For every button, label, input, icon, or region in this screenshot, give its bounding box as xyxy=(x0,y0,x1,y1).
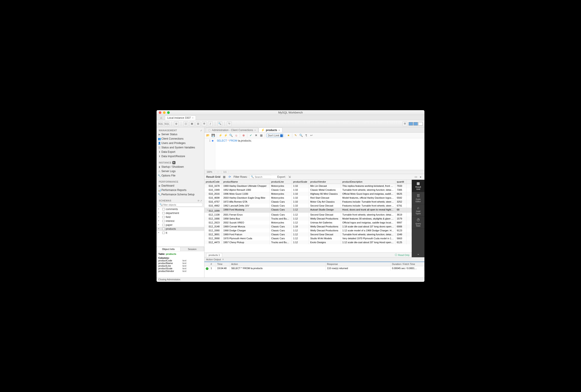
home-button[interactable]: ⌂ xyxy=(158,115,165,120)
cell[interactable]: Classic Cars xyxy=(270,188,292,192)
schemas-refresh-icon[interactable]: ⟳ ⤢ xyxy=(198,200,202,202)
cell[interactable]: 1:12 xyxy=(292,213,309,217)
cell[interactable]: 1958 Setra Bus xyxy=(222,217,270,221)
cell[interactable]: Highway 66 Mini Classics xyxy=(309,192,341,196)
pencil-icon[interactable]: ✎ xyxy=(294,133,298,138)
side-panel-item[interactable]: ⌕Field Types xyxy=(412,204,424,217)
column-header[interactable]: productDescription xyxy=(341,180,396,184)
cell[interactable]: This replica features working kickstand,… xyxy=(341,184,396,188)
sidebar-item[interactable]: ⬆Data Import/Restore xyxy=(156,154,204,158)
cell[interactable]: 1:10 xyxy=(292,184,309,188)
sidebar-item[interactable]: ⬇Data Export xyxy=(156,150,204,154)
cell[interactable]: 5582 xyxy=(396,196,406,200)
sidebar-item[interactable]: 🔧Performance Schema Setup xyxy=(156,192,204,197)
open-file-icon[interactable]: 📂 xyxy=(206,133,210,138)
cell[interactable]: 1:10 xyxy=(292,204,309,208)
table-row[interactable]: ▸S12_10991968 Ford MustangClassic Cars1:… xyxy=(204,208,412,213)
cell[interactable]: Classic Cars xyxy=(270,213,292,217)
cell[interactable]: Official Moto Guzzi logos and insignias,… xyxy=(341,192,396,196)
cell[interactable]: Trucks and Buses xyxy=(270,217,292,221)
object-info-tab[interactable]: Object Info xyxy=(156,247,180,251)
cell[interactable]: Second Gear Diecast xyxy=(309,232,341,236)
cell[interactable]: Classic Cars xyxy=(270,200,292,204)
table-row[interactable]: S12_39901970 Plymouth Hemi CudaClassic C… xyxy=(204,236,412,240)
schema-table-item[interactable]: paper xyxy=(156,223,204,227)
cell[interactable]: Unimax Art Galleries xyxy=(309,221,341,225)
reconnect-icon[interactable]: ↻ xyxy=(227,121,232,126)
commit-icon[interactable]: ✔ xyxy=(248,133,253,138)
cell[interactable]: 1:10 xyxy=(292,192,309,196)
cell[interactable]: 6125 xyxy=(396,240,406,244)
cell[interactable]: Studio M Art Models xyxy=(309,236,341,240)
word-wrap-icon[interactable]: ↩ xyxy=(310,133,314,138)
table-row[interactable]: S10_46982003 Harley-Davidson Eagle Drag … xyxy=(204,196,412,200)
cell[interactable]: 3619 xyxy=(396,213,406,217)
cell[interactable]: Turnable front wheels; steering function… xyxy=(341,232,396,236)
schema-table-item[interactable]: tt xyxy=(156,231,204,235)
sidebar-item[interactable]: 🔧Options File xyxy=(156,173,204,178)
breakpoint-icon[interactable] xyxy=(212,140,214,142)
cell[interactable]: Autoart Studio Design xyxy=(309,208,341,213)
create-function-icon[interactable]: ƒ xyxy=(208,121,213,126)
cell[interactable]: 68 xyxy=(396,208,406,213)
column-header[interactable]: productVendor xyxy=(309,180,341,184)
create-procedure-icon[interactable]: ⚙ xyxy=(202,121,206,126)
toggle-whitespace-icon[interactable]: ▦ xyxy=(259,133,264,138)
sidebar-item[interactable]: 👤Users and Privileges xyxy=(156,141,204,145)
cell[interactable]: 1:10 xyxy=(292,196,309,200)
cell[interactable]: 1:12 xyxy=(292,232,309,236)
cell[interactable]: 1:12 xyxy=(292,240,309,244)
cell[interactable]: Welly Diecast Productions xyxy=(309,229,341,232)
cell[interactable]: 9123 xyxy=(396,229,406,232)
cell[interactable]: 7933 xyxy=(396,184,406,188)
chevron-down-icon[interactable]: ⌄ xyxy=(412,229,424,257)
table-row[interactable]: S10_47571972 Alfa Romeo GTAClassic Cars1… xyxy=(204,200,412,204)
cell[interactable]: Hood, doors and trunk all open to reveal… xyxy=(341,208,396,213)
cell[interactable]: S12_3891 xyxy=(204,232,222,236)
window-maximize[interactable] xyxy=(167,111,170,114)
table-row[interactable]: S12_11082001 Ferrari EnzoClassic Cars1:1… xyxy=(204,213,412,217)
action-output-label[interactable]: Action Output xyxy=(206,258,221,261)
query-tab[interactable]: ◌Administration - Client Connections× xyxy=(206,127,258,132)
create-table-icon[interactable]: ▦ xyxy=(190,121,194,126)
cell[interactable]: S10_1949 xyxy=(204,188,222,192)
query-tab[interactable]: ⚡products× xyxy=(259,127,282,132)
cell[interactable]: S10_2016 xyxy=(204,192,222,196)
find-icon[interactable]: 🔍 xyxy=(299,133,303,138)
cell[interactable]: 1962 LanciaA Delta 16V xyxy=(222,204,270,208)
preferences-icon[interactable]: ⚙ xyxy=(402,121,407,126)
sidebar-item[interactable]: 👥Client Connections xyxy=(156,136,204,141)
column-header[interactable]: productScale xyxy=(292,180,309,184)
table-row[interactable]: S12_31481969 Corvair MonzaClassic Cars1:… xyxy=(204,225,412,229)
cell[interactable]: Classic Cars xyxy=(270,225,292,229)
cell[interactable]: 1969 Harley Davidson Ultimate Chopper xyxy=(222,184,270,188)
refresh-result-icon[interactable]: ⟳ xyxy=(228,175,232,179)
cell[interactable]: 2001 Ferrari Enzo xyxy=(222,213,270,217)
cell[interactable]: Classic Cars xyxy=(270,208,292,213)
rollback-icon[interactable]: ✖ xyxy=(254,133,258,138)
connection-tab[interactable]: Local instance 3307 × xyxy=(165,115,196,120)
cell[interactable]: Second Gear Diecast xyxy=(309,213,341,217)
cell[interactable]: Welly Diecast Productions xyxy=(309,225,341,229)
column-header[interactable]: productName xyxy=(222,180,270,184)
cell[interactable]: 1049 xyxy=(396,232,406,236)
table-row[interactable]: S10_49621962 LanciaA Delta 16VClassic Ca… xyxy=(204,204,412,208)
column-header[interactable]: quantit xyxy=(396,180,406,184)
window-minimize[interactable] xyxy=(163,111,166,114)
limit-rows-select[interactable]: Don't Limit xyxy=(266,134,284,137)
open-sql-file-icon[interactable]: SQL xyxy=(164,121,169,126)
cell[interactable]: Min Lin Diecast xyxy=(309,184,341,188)
cell[interactable]: 6791 xyxy=(396,204,406,208)
cell[interactable]: 1:12 scale die-cast about 20" long Hood … xyxy=(341,240,396,244)
cell[interactable]: Motorcycles xyxy=(270,221,292,225)
sidebar-item[interactable]: ▶Server Status xyxy=(156,132,204,136)
schema-table-item[interactable]: department xyxy=(156,211,204,215)
sidebar-item[interactable]: ⚠Server Logs xyxy=(156,169,204,173)
cell[interactable]: Classic Metal Creations xyxy=(309,188,341,192)
cell[interactable]: Very detailed 1970 Plymouth Cuda model i… xyxy=(341,236,396,240)
toggle-autocommit-icon[interactable]: ⊗ xyxy=(241,133,246,138)
export-icon[interactable]: ⇲ xyxy=(288,175,292,179)
close-tab-icon[interactable]: × xyxy=(254,129,256,131)
execute-current-icon[interactable]: ⚡ xyxy=(224,133,228,138)
execute-icon[interactable]: ⚡ xyxy=(218,133,223,138)
